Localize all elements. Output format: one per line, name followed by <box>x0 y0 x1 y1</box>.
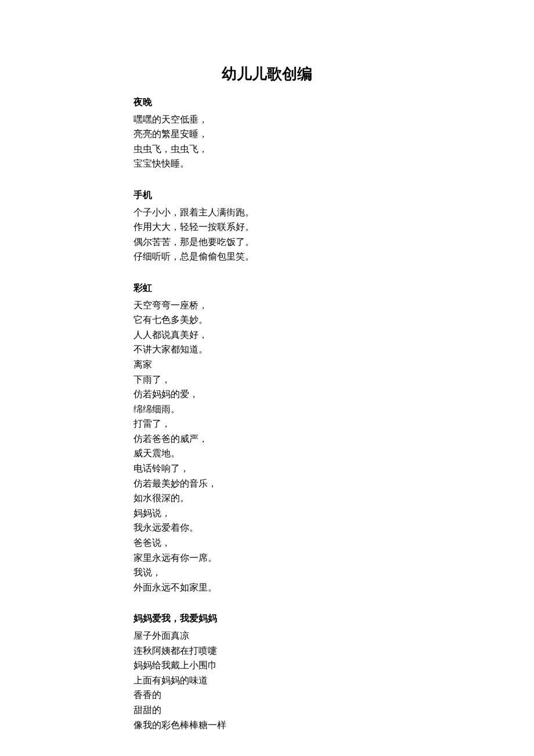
poem-line: 家里永远有你一席。 <box>134 550 400 566</box>
poem-line: 像我的彩色棒棒糖一样 <box>134 718 400 733</box>
poem-line: 连秋阿姨都在打喷嚏 <box>134 643 400 658</box>
poem-line: 妈妈给我戴上小围巾 <box>134 658 400 673</box>
poem-line: 爸爸说， <box>134 535 400 550</box>
poem-line: 妈妈说， <box>134 506 400 521</box>
poem-line: 打雷了， <box>134 416 400 431</box>
poem-line: 我永远爱着你。 <box>134 520 400 535</box>
poem-line: 偶尔苦苦，那是他要吃饭了。 <box>134 235 400 250</box>
poem-section: 手机 个子小小，跟着主人满街跑。 作用大大，轻轻一按联系好。 偶尔苦苦，那是他要… <box>134 188 400 264</box>
poem-line: 屋子外面真凉 <box>134 628 400 643</box>
poem-heading: 夜晚 <box>134 95 400 110</box>
poem-line: 不讲大家都知道。 <box>134 342 400 357</box>
poem-line: 天空弯弯一座桥， <box>134 298 400 313</box>
poem-line: 人人都说真美好， <box>134 327 400 343</box>
poem-line: 仿若妈妈的爱， <box>134 387 400 402</box>
poem-line: 电话铃响了， <box>134 461 400 476</box>
poem-line: 仿若最美妙的音乐， <box>134 476 400 491</box>
document-page: 幼儿儿歌创编 夜晚 嘿嘿的天空低垂， 亮亮的繁星安睡， 虫虫飞，虫虫飞， 宝宝快… <box>0 0 534 756</box>
poem-line: 虫虫飞，虫虫飞， <box>134 142 400 157</box>
poem-line: 我说， <box>134 565 400 580</box>
poem-heading: 手机 <box>134 188 400 203</box>
poem-heading: 妈妈爱我，我爱妈妈 <box>134 611 400 626</box>
poem-line: 绵绵细雨。 <box>134 402 400 417</box>
poem-line: 个子小小，跟着主人满街跑。 <box>134 205 400 220</box>
poem-line: 上面有妈妈的味道 <box>134 673 400 688</box>
poem-line: 外面永远不如家里。 <box>134 580 400 595</box>
poem-line: 嘿嘿的天空低垂， <box>134 112 400 127</box>
poem-line: 离家 <box>134 357 400 372</box>
poem-heading: 彩虹 <box>134 280 400 296</box>
poem-section: 夜晚 嘿嘿的天空低垂， 亮亮的繁星安睡， 虫虫飞，虫虫飞， 宝宝快快睡。 <box>134 95 400 171</box>
poem-line: 宝宝快快睡。 <box>134 156 400 171</box>
poem-line: 甜甜的 <box>134 703 400 718</box>
poem-line: 如水很深的。 <box>134 491 400 506</box>
poem-line: 香香的 <box>134 687 400 703</box>
poem-line: 作用大大，轻轻一按联系好。 <box>134 219 400 235</box>
page-title: 幼儿儿歌创编 <box>134 64 400 84</box>
poem-line: 下雨了， <box>134 372 400 387</box>
poem-line: 亮亮的繁星安睡， <box>134 127 400 142</box>
poem-line: 威天震地。 <box>134 446 400 461</box>
poem-section: 妈妈爱我，我爱妈妈 屋子外面真凉 连秋阿姨都在打喷嚏 妈妈给我戴上小围巾 上面有… <box>134 611 400 732</box>
poem-line: 仔细听听，总是偷偷包里笑。 <box>134 249 400 264</box>
poem-line: 仿若爸爸的威严， <box>134 431 400 447</box>
poem-section: 彩虹 天空弯弯一座桥， 它有七色多美妙。 人人都说真美好， 不讲大家都知道。 离… <box>134 280 400 595</box>
poem-line: 它有七色多美妙。 <box>134 312 400 327</box>
